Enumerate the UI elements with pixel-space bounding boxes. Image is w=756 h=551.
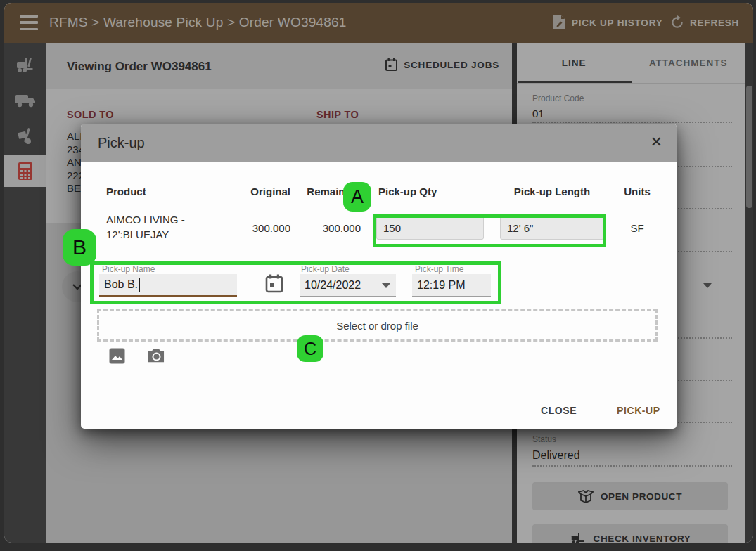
screen: RFMS > Warehouse Pick Up > Order WO39486… xyxy=(0,0,756,551)
table-header-divider xyxy=(98,207,660,207)
annotation-badge-a: A xyxy=(343,182,371,212)
annotation-badge-c: C xyxy=(297,335,323,362)
col-units: Units xyxy=(621,186,653,197)
cell-product: AIMCO LIVING - 12':BLUEJAY xyxy=(106,212,199,242)
close-button[interactable]: CLOSE xyxy=(534,399,584,422)
col-original: Original xyxy=(219,186,290,197)
table-row-divider xyxy=(98,252,660,252)
dialog-header: Pick-up ✕ xyxy=(81,124,677,162)
cell-original: 300.000 xyxy=(219,222,290,234)
col-pickup-length: Pick-up Length xyxy=(499,186,605,197)
file-dropzone[interactable]: Select or drop file xyxy=(97,309,658,342)
dropzone-label: Select or drop file xyxy=(336,320,418,332)
camera-icon[interactable] xyxy=(148,348,165,363)
annotation-box-a xyxy=(373,214,606,247)
app-window: RFMS > Warehouse Pick Up > Order WO39486… xyxy=(4,3,753,543)
col-pickup-qty: Pick-up Qty xyxy=(378,186,437,197)
dialog-title: Pick-up xyxy=(98,135,145,151)
pickup-submit-button[interactable]: PICK-UP xyxy=(610,399,667,422)
cell-remaining: 300.000 xyxy=(296,222,361,234)
image-icon[interactable] xyxy=(109,348,125,364)
close-icon[interactable]: ✕ xyxy=(650,134,662,149)
annotation-badge-b: B xyxy=(63,229,96,266)
cell-units: SF xyxy=(621,222,653,234)
annotation-box-b xyxy=(90,261,501,304)
col-product: Product xyxy=(106,186,146,197)
